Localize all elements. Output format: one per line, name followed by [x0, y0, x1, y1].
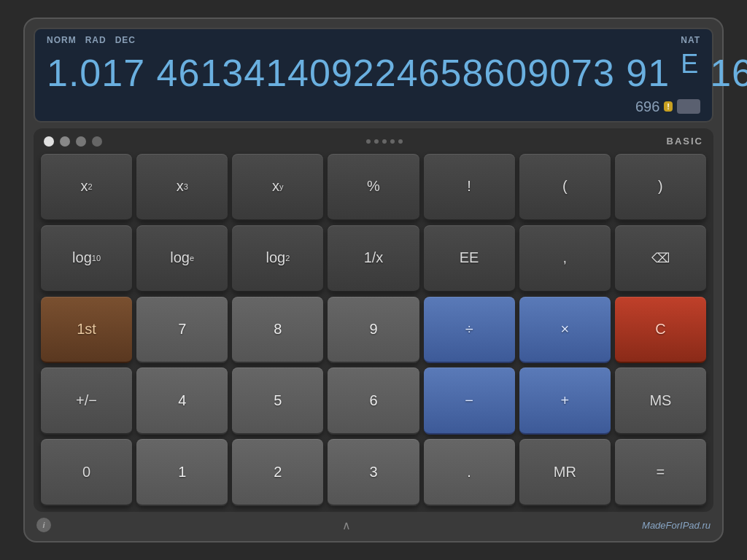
tl-white: [44, 136, 54, 147]
btn-8[interactable]: 8: [232, 297, 323, 364]
btn-ms[interactable]: MS: [615, 368, 706, 435]
traffic-lights: [44, 136, 102, 147]
panel-dots-center: [366, 139, 403, 144]
btn-loge[interactable]: loge: [136, 225, 228, 292]
btn-5[interactable]: 5: [232, 368, 323, 435]
btn-multiply[interactable]: ×: [519, 297, 611, 364]
mode-dec: DEC: [115, 35, 136, 45]
tl-gray3: [92, 136, 102, 147]
btn-divide[interactable]: ÷: [424, 297, 515, 364]
exclaim-badge[interactable]: !: [664, 101, 673, 112]
btn-row-1: x2 x3 xy % ! ( ): [41, 154, 706, 221]
btn-x3[interactable]: x3: [136, 154, 228, 221]
info-button[interactable]: i: [36, 518, 51, 532]
btn-backspace[interactable]: ⌫: [615, 225, 706, 292]
btn-minus[interactable]: −: [424, 368, 515, 435]
btn-equals[interactable]: =: [615, 439, 706, 506]
btn-9[interactable]: 9: [328, 297, 419, 364]
display-exp-e: E: [673, 49, 707, 79]
btn-percent[interactable]: %: [328, 154, 419, 221]
btn-row-5: 0 1 2 3 . MR =: [41, 439, 706, 506]
btn-0[interactable]: 0: [41, 439, 132, 506]
btn-comma[interactable]: ,: [519, 225, 611, 292]
panel-label: BASIC: [667, 136, 703, 147]
btn-row-2: log10 loge log2 1/x EE , ⌫: [41, 225, 706, 292]
btn-lparen[interactable]: (: [519, 154, 611, 221]
btn-mr[interactable]: MR: [519, 439, 611, 506]
backspace-icon: ⌫: [651, 250, 670, 266]
mode-nat: NAT: [681, 35, 700, 45]
btn-row-4: +/− 4 5 6 − + MS: [41, 368, 706, 435]
display-exp-value: 1678: [710, 52, 747, 94]
panel-header: BASIC: [41, 136, 706, 149]
btn-2[interactable]: 2: [232, 439, 323, 506]
tl-gray1: [60, 136, 70, 147]
watermark: MadeForIPad.ru: [642, 520, 711, 531]
btn-plusminus[interactable]: +/−: [41, 368, 132, 435]
button-panel: BASIC x2 x3 xy % ! ( ) log10 loge log2 1…: [34, 128, 713, 512]
display-modes: NORM RAD DEC: [47, 35, 136, 45]
calculator: NORM RAD DEC NAT 1.017 46134140922465860…: [23, 18, 724, 542]
tl-gray2: [76, 136, 86, 147]
display-bottom-bar: 696 !: [47, 98, 700, 115]
display-small-number: 696: [635, 98, 659, 115]
bottom-bar: i ∧ MadeForIPad.ru: [34, 518, 713, 532]
mode-norm: NORM: [47, 35, 77, 45]
btn-rparen[interactable]: ): [615, 154, 706, 221]
display: NORM RAD DEC NAT 1.017 46134140922465860…: [34, 28, 713, 122]
btn-x2[interactable]: x2: [41, 154, 132, 221]
btn-clear[interactable]: C: [615, 297, 706, 364]
btn-1[interactable]: 1: [136, 439, 228, 506]
btn-6[interactable]: 6: [328, 368, 419, 435]
btn-log10[interactable]: log10: [41, 225, 132, 292]
btn-4[interactable]: 4: [136, 368, 228, 435]
btn-first[interactable]: 1st: [41, 297, 132, 364]
btn-xy[interactable]: xy: [232, 154, 323, 221]
btn-plus[interactable]: +: [519, 368, 611, 435]
btn-3[interactable]: 3: [328, 439, 419, 506]
display-toggle[interactable]: [677, 99, 700, 114]
display-number-text: 1.017 461341409224658609073 91: [47, 52, 670, 94]
btn-factorial[interactable]: !: [424, 154, 515, 221]
display-main-number: 1.017 461341409224658609073 91 E 1678: [47, 50, 700, 95]
display-top-bar: NORM RAD DEC NAT: [47, 35, 700, 45]
btn-log2[interactable]: log2: [232, 225, 323, 292]
btn-reciprocal[interactable]: 1/x: [328, 225, 419, 292]
btn-7[interactable]: 7: [136, 297, 228, 364]
btn-row-3: 1st 7 8 9 ÷ × C: [41, 297, 706, 364]
mode-rad: RAD: [85, 35, 107, 45]
btn-ee[interactable]: EE: [424, 225, 515, 292]
chevron-up-icon[interactable]: ∧: [342, 518, 351, 532]
btn-decimal[interactable]: .: [424, 439, 515, 506]
